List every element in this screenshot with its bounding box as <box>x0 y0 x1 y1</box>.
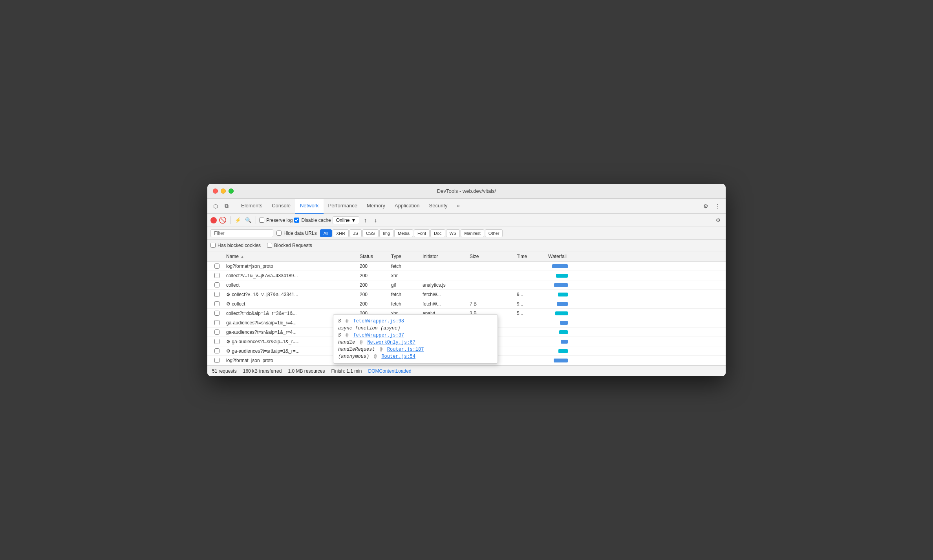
row-waterfall <box>547 311 724 315</box>
row-checkbox[interactable] <box>214 348 220 353</box>
record-button[interactable] <box>210 217 217 223</box>
filter-bar: Hide data URLs All XHR JS CSS Img Media … <box>207 227 726 240</box>
row-status: 200 <box>358 264 390 269</box>
cursor-icon[interactable]: ⬡ <box>210 201 221 211</box>
row-status: 200 <box>358 282 390 288</box>
download-icon[interactable]: ↓ <box>371 216 380 225</box>
search-icon[interactable]: 🔍 <box>244 216 252 225</box>
close-button[interactable] <box>213 188 218 194</box>
tooltip-popup: S @ fetchWrapper.js:98 async function (a… <box>333 314 498 364</box>
row-checkbox[interactable] <box>214 320 220 325</box>
filter-tab-manifest[interactable]: Manifest <box>461 229 484 237</box>
disable-cache-label[interactable]: Disable cache <box>294 218 331 223</box>
devtools-window: DevTools - web.dev/vitals/ ⬡ ⧉ Elements … <box>207 184 726 376</box>
more-options-icon[interactable]: ⋮ <box>712 201 723 211</box>
row-waterfall <box>547 349 724 353</box>
tooltip-link-1[interactable]: fetchWrapper.js:98 <box>353 318 404 324</box>
filter-tab-media[interactable]: Media <box>394 229 413 237</box>
blocked-requests-checkbox[interactable] <box>267 243 272 248</box>
row-checkbox[interactable] <box>214 311 220 316</box>
filter-icon[interactable]: ⚡ <box>234 216 242 225</box>
row-checkbox[interactable] <box>214 301 220 306</box>
table-row[interactable]: collect 200 gif analytics.js <box>207 280 726 290</box>
tab-network[interactable]: Network <box>295 199 324 214</box>
disable-cache-checkbox[interactable] <box>294 218 299 223</box>
row-size: 7 B <box>468 301 515 307</box>
tab-memory[interactable]: Memory <box>362 199 390 214</box>
row-checkbox[interactable] <box>214 329 220 335</box>
row-waterfall <box>547 321 724 325</box>
chevron-down-icon: ▼ <box>351 218 356 223</box>
tab-application[interactable]: Application <box>390 199 424 214</box>
header-time[interactable]: Time <box>515 254 547 259</box>
status-bar: 51 requests 160 kB transferred 1.0 MB re… <box>207 365 726 376</box>
resources-size: 1.0 MB resources <box>288 368 325 374</box>
row-checkbox[interactable] <box>214 292 220 297</box>
minimize-button[interactable] <box>221 188 226 194</box>
toolbar-separator-1 <box>230 216 231 224</box>
table-row[interactable]: ⚙ collect?v=1&_v=j87&a=43341... 200 fetc… <box>207 290 726 299</box>
row-checkbox[interactable] <box>214 264 220 269</box>
filter-input[interactable] <box>210 229 273 237</box>
row-waterfall <box>547 340 724 344</box>
hide-data-urls-label[interactable]: Hide data URLs <box>276 231 317 236</box>
row-checkbox[interactable] <box>214 358 220 363</box>
tooltip-row-async: async function (async) <box>333 325 498 332</box>
blocked-requests-label[interactable]: Blocked Requests <box>267 243 312 248</box>
tab-more[interactable]: » <box>452 199 465 214</box>
hide-data-urls-checkbox[interactable] <box>276 231 282 236</box>
blocked-bar: Has blocked cookies Blocked Requests <box>207 240 726 251</box>
has-blocked-cookies-checkbox[interactable] <box>210 243 216 248</box>
tooltip-link-4[interactable]: Router.js:187 <box>387 347 424 352</box>
settings-icon[interactable]: ⚙ <box>701 201 711 211</box>
table-row[interactable]: collect?v=1&_v=j87&a=4334189... 200 xhr <box>207 271 726 280</box>
preserve-log-checkbox[interactable] <box>259 218 264 223</box>
row-name: ⚙ collect <box>225 301 358 307</box>
tooltip-link-3[interactable]: NetworkOnly.js:67 <box>367 340 415 345</box>
header-name[interactable]: Name▲ <box>225 254 358 259</box>
tooltip-link-2[interactable]: fetchWrapper.js:37 <box>353 333 404 338</box>
filter-tab-img[interactable]: Img <box>379 229 393 237</box>
filter-tab-doc[interactable]: Doc <box>430 229 445 237</box>
header-status[interactable]: Status <box>358 254 390 259</box>
upload-icon[interactable]: ↑ <box>361 216 370 225</box>
filter-tab-ws[interactable]: WS <box>446 229 460 237</box>
network-settings-icon[interactable]: ⚙ <box>714 216 723 225</box>
window-title: DevTools - web.dev/vitals/ <box>437 188 496 194</box>
clear-icon[interactable]: 🚫 <box>218 216 227 225</box>
device-icon[interactable]: ⧉ <box>221 201 232 211</box>
filter-tab-font[interactable]: Font <box>414 229 430 237</box>
table-row[interactable]: log?format=json_proto 200 fetch <box>207 262 726 271</box>
row-name: collect?v=1&_v=j87&a=4334189... <box>225 273 358 278</box>
tab-performance[interactable]: Performance <box>324 199 362 214</box>
tab-elements[interactable]: Elements <box>236 199 267 214</box>
header-initiator[interactable]: Initiator <box>421 254 468 259</box>
row-checkbox[interactable] <box>214 273 220 278</box>
preserve-log-label[interactable]: Preserve log <box>259 218 293 223</box>
tooltip-row-2: S @ fetchWrapper.js:37 <box>333 332 498 339</box>
filter-tab-all[interactable]: All <box>320 229 332 237</box>
row-checkbox[interactable] <box>214 339 220 344</box>
header-type[interactable]: Type <box>390 254 421 259</box>
throttle-select[interactable]: Online ▼ <box>333 216 360 224</box>
top-tabs: ⬡ ⧉ Elements Console Network Performance… <box>207 199 726 214</box>
filter-tab-js[interactable]: JS <box>349 229 362 237</box>
tab-console[interactable]: Console <box>267 199 295 214</box>
row-type: xhr <box>390 273 421 278</box>
has-blocked-cookies-label[interactable]: Has blocked cookies <box>210 243 261 248</box>
tooltip-row-1: S @ fetchWrapper.js:98 <box>333 318 498 325</box>
table-row[interactable]: ⚙ collect 200 fetch fetchW... 7 B 9... <box>207 299 726 309</box>
maximize-button[interactable] <box>229 188 234 194</box>
header-size[interactable]: Size <box>468 254 515 259</box>
row-waterfall <box>547 264 724 268</box>
devtools-container: ⬡ ⧉ Elements Console Network Performance… <box>207 199 726 376</box>
finish-time: Finish: 1.1 min <box>331 368 362 374</box>
row-name: log?format=json_proto <box>225 264 358 269</box>
filter-tab-other[interactable]: Other <box>485 229 503 237</box>
tooltip-link-5[interactable]: Router.js:54 <box>381 354 415 359</box>
filter-tab-xhr[interactable]: XHR <box>333 229 349 237</box>
row-checkbox[interactable] <box>214 282 220 287</box>
header-waterfall[interactable]: Waterfall <box>547 254 724 259</box>
filter-tab-css[interactable]: CSS <box>362 229 379 237</box>
tab-security[interactable]: Security <box>424 199 452 214</box>
